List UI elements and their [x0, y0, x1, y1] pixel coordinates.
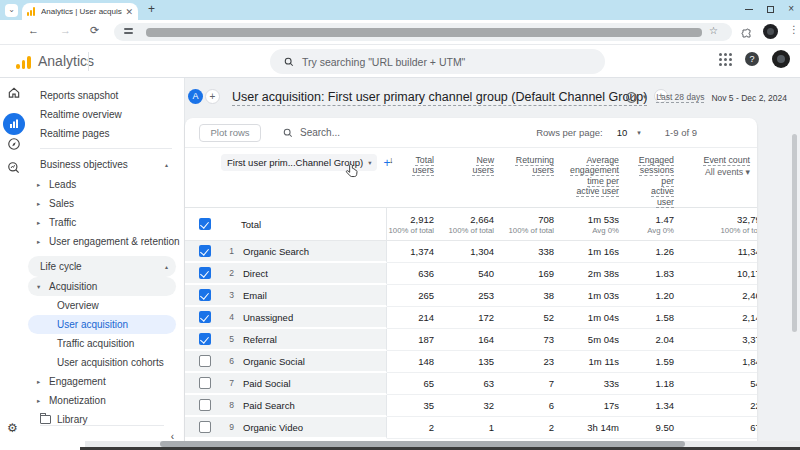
forward-button[interactable]: →: [60, 24, 71, 36]
column-header[interactable]: Returningusers: [500, 148, 560, 207]
table-row[interactable]: 3Email265253381m 03s1.202,462: [185, 285, 757, 307]
browser-tab[interactable]: Analytics | User acquisition: Firs ✕: [22, 3, 138, 20]
plot-rows-button[interactable]: Plot rows: [199, 124, 261, 142]
advertising-icon[interactable]: [7, 161, 21, 175]
rows-per-page-label: Rows per page:: [536, 127, 603, 138]
browser-profile-avatar[interactable]: [763, 24, 778, 39]
chevron-right-icon[interactable]: ▸: [37, 181, 49, 189]
total-row-checkbox[interactable]: [199, 218, 211, 230]
table-search-input[interactable]: Search...: [283, 127, 340, 138]
table-row[interactable]: 1Organic Search1,3741,3043381m 16s1.2611…: [185, 241, 757, 263]
extensions-icon[interactable]: [740, 26, 752, 44]
address-bar[interactable]: ☆: [114, 23, 732, 41]
table-row[interactable]: 4Unassigned214172521m 04s1.582,147: [185, 307, 757, 329]
row-checkbox[interactable]: [199, 377, 211, 389]
event-count-filter-dropdown[interactable]: All events ▾: [705, 167, 750, 177]
table-row[interactable]: 9Organic Video2123h 14m9.50674: [185, 417, 757, 439]
rows-per-page-caret-icon[interactable]: ▾: [637, 129, 641, 137]
sidebar-item-leads[interactable]: ▸Leads: [28, 175, 176, 194]
sidebar-item-traffic-acquisition[interactable]: Traffic acquisition: [28, 334, 176, 353]
property-badge[interactable]: A: [188, 89, 203, 104]
tune-icon[interactable]: [124, 28, 133, 36]
chevron-right-icon[interactable]: ▸: [37, 219, 49, 227]
chevron-up-icon[interactable]: ▴: [165, 263, 168, 270]
window-minimize-button[interactable]: [745, 9, 753, 10]
table-row[interactable]: 6Organic Social148135231m 11s1.591,843: [185, 351, 757, 373]
vertical-scrollbar[interactable]: [792, 134, 797, 332]
tab-search-chevron-icon[interactable]: ⌄: [5, 4, 18, 17]
sort-descending-icon[interactable]: ↓: [389, 155, 394, 207]
section-label: Business objectives: [40, 159, 128, 170]
column-header[interactable]: ↓Totalusers: [387, 148, 440, 207]
table-row[interactable]: 8Paid Search3532617s1.34222: [185, 395, 757, 417]
sidebar-section-business-objectives[interactable]: Business objectives▴: [28, 154, 176, 175]
chevron-right-icon[interactable]: ▸: [37, 200, 49, 208]
global-search-input[interactable]: Try searching "URL builder + UTM": [270, 49, 605, 74]
chevron-right-icon[interactable]: ▸: [37, 397, 49, 405]
sidebar-item-traffic[interactable]: ▸Traffic: [28, 213, 176, 232]
rows-per-page-value[interactable]: 10: [617, 127, 628, 138]
analytics-favicon-icon: [27, 7, 37, 16]
sidebar-item-realtime-pages[interactable]: Realtime pages: [28, 124, 176, 143]
back-button[interactable]: ←: [28, 24, 39, 36]
column-header[interactable]: Averageengagementtime peractive user: [560, 148, 625, 207]
home-icon[interactable]: [7, 86, 21, 100]
sidebar-item-engagement[interactable]: ▸Engagement: [28, 372, 176, 391]
chevron-down-icon[interactable]: ▾: [37, 283, 49, 291]
metric-value: 2: [387, 417, 440, 439]
explore-icon[interactable]: [7, 137, 21, 151]
sidebar-item-user-acquisition-cohorts[interactable]: User acquisition cohorts: [28, 353, 176, 372]
sidebar-section-life-cycle[interactable]: Life cycle▴: [28, 256, 176, 277]
row-checkbox[interactable]: [199, 399, 211, 411]
browser-menu-icon[interactable]: ⋮: [789, 24, 799, 35]
table-row[interactable]: 7Paid Social6563733s1.18547: [185, 373, 757, 395]
apps-grid-icon[interactable]: [719, 53, 732, 66]
row-checkbox[interactable]: [199, 421, 211, 433]
column-header[interactable]: Event countAll events ▾: [680, 148, 757, 207]
sidebar-item-realtime-overview[interactable]: Realtime overview: [28, 105, 176, 124]
tab-close-icon[interactable]: ✕: [125, 7, 133, 17]
row-checkbox[interactable]: [199, 245, 211, 257]
metric-value: 35: [387, 395, 440, 417]
row-checkbox[interactable]: [199, 355, 211, 367]
total-label: Total: [241, 208, 387, 240]
table-row[interactable]: 5Referral187164735m 04s2.043,376: [185, 329, 757, 351]
report-table-card: Plot rows Search... Rows per page: 10 ▾ …: [185, 118, 757, 450]
help-icon[interactable]: ?: [745, 52, 759, 66]
window-close-button[interactable]: ×: [788, 4, 794, 14]
row-checkbox[interactable]: [199, 267, 211, 279]
sidebar-item-acquisition[interactable]: ▾Acquisition: [28, 277, 176, 296]
reload-button[interactable]: ⟳: [90, 24, 99, 37]
admin-gear-icon[interactable]: ⚙: [7, 421, 18, 435]
new-tab-button[interactable]: +: [148, 2, 155, 16]
total-value: 2,912: [410, 214, 434, 225]
sidebar-item-user-acquisition[interactable]: User acquisition: [28, 315, 176, 334]
sidebar-item-user-engagement-retention[interactable]: ▸User engagement & retention: [28, 232, 176, 251]
date-range[interactable]: Nov 5 - Dec 2, 2024: [711, 93, 787, 103]
report-title[interactable]: User acquisition: First user primary cha…: [232, 90, 647, 106]
sidebar-item-reports-snapshot[interactable]: Reports snapshot: [28, 86, 176, 105]
window-maximize-button[interactable]: [767, 6, 774, 13]
table-row[interactable]: 2Direct6365401692m 38s1.8310,175: [185, 263, 757, 285]
bookmark-star-icon[interactable]: ☆: [709, 25, 718, 36]
account-avatar[interactable]: [772, 50, 790, 68]
column-header[interactable]: Newusers: [440, 148, 500, 207]
column-header[interactable]: Engagedsessionsperactiveuser: [625, 148, 680, 207]
row-checkbox[interactable]: [199, 311, 211, 323]
sidebar-item-monetization[interactable]: ▸Monetization: [28, 391, 176, 410]
row-checkbox[interactable]: [199, 289, 211, 301]
title-caret-icon[interactable]: ▾: [643, 93, 647, 101]
sidebar-item-library[interactable]: Library: [28, 410, 176, 429]
row-number: 6: [219, 351, 241, 373]
add-comparison-button[interactable]: +: [205, 89, 220, 104]
date-preset[interactable]: Last 28 days: [656, 92, 704, 103]
chevron-right-icon[interactable]: ▸: [37, 378, 49, 386]
chevron-up-icon[interactable]: ▴: [165, 161, 168, 168]
chevron-right-icon[interactable]: ▸: [37, 238, 49, 246]
sidebar-item-overview[interactable]: Overview: [28, 296, 176, 315]
reports-icon[interactable]: [3, 113, 25, 135]
sidebar-item-sales[interactable]: ▸Sales: [28, 194, 176, 213]
row-checkbox[interactable]: [199, 333, 211, 345]
check-circle-icon[interactable]: [625, 90, 638, 103]
analytics-logo-icon[interactable]: [16, 54, 32, 69]
